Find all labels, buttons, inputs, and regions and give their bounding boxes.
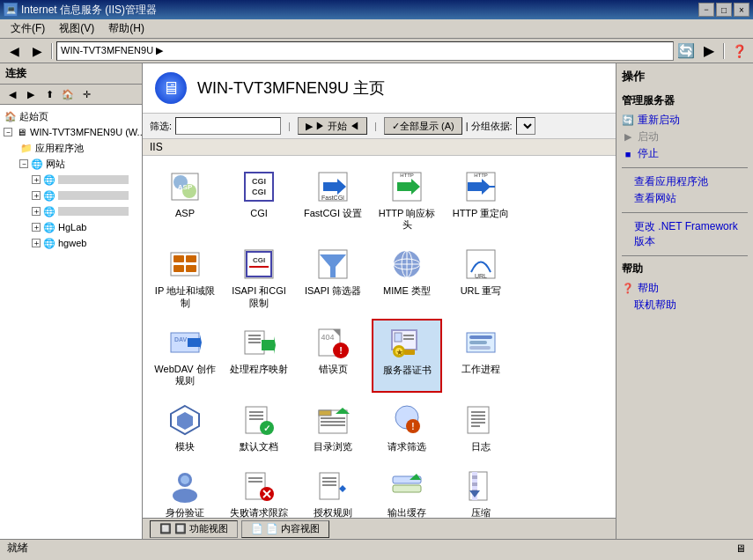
help-question-icon: ❓ <box>622 283 634 295</box>
icon-webdav[interactable]: DAV WebDAV 创作规则 <box>150 319 220 393</box>
view-app-pools-link[interactable]: 查看应用程序池 <box>622 173 748 190</box>
back-button[interactable]: ◀ <box>4 41 25 61</box>
address-bar[interactable]: WIN-TVT3MFNEN9U ▶ <box>56 41 674 61</box>
action-separator-3 <box>622 255 748 256</box>
minimize-button[interactable]: － <box>698 3 714 17</box>
icon-compress[interactable]: 压缩 <box>446 462 516 518</box>
fastcgi-icon: FastCGI <box>315 169 351 204</box>
conn-home[interactable]: 🏠 <box>59 86 77 102</box>
tree-item-sites[interactable]: － 🌐 网站 <box>0 156 142 172</box>
tree-item-site3[interactable]: ＋ 🌐 <box>0 203 142 219</box>
restart-link[interactable]: 🔄 重新启动 <box>622 112 748 129</box>
icon-url-rewrite[interactable]: URL URL 重写 <box>446 240 516 314</box>
go-button[interactable]: ▶ <box>698 41 720 61</box>
icon-default-doc[interactable]: ✓ 默认文档 <box>224 396 294 459</box>
tree-item-apppool[interactable]: 📁 应用程序池 <box>0 140 142 156</box>
start-link[interactable]: ▶ 启动 <box>622 129 748 145</box>
mime-icon <box>389 247 424 282</box>
icon-fastcgi[interactable]: FastCGI FastCGI 设置 <box>298 163 368 237</box>
tree-item-server[interactable]: － 🖥 WIN-TVT3MFNEN9U (W... <box>0 124 142 140</box>
svg-rect-49 <box>395 333 402 342</box>
compress-label: 压缩 <box>471 507 491 518</box>
action-separator-1 <box>622 167 748 168</box>
tree-label-apppool: 应用程序池 <box>35 142 84 155</box>
iis-section-label: IIS <box>143 139 616 156</box>
icon-isapi-cgi[interactable]: CGI ISAPI 和CGI 限制 <box>224 240 294 314</box>
site1-icon: 🌐 <box>42 173 56 187</box>
tree-item-site1[interactable]: ＋ 🌐 <box>0 172 142 188</box>
icon-http-resp[interactable]: HTTP HTTP 响应标头 <box>372 163 442 237</box>
icon-handler[interactable]: 处理程序映射 <box>224 319 294 393</box>
content-view-button[interactable]: 📄 📄 内容视图 <box>241 520 329 538</box>
icon-http-redirect[interactable]: HTTP HTTP 重定向 <box>446 163 516 237</box>
refresh-button[interactable]: 🔄 <box>675 41 697 61</box>
svg-rect-20 <box>173 265 184 272</box>
icons-row-2: IP 地址和域限制 CGI ISAPI 和CGI 限制 <box>150 240 609 314</box>
menu-view[interactable]: 视图(V) <box>52 19 101 38</box>
sites-expand[interactable]: － <box>19 159 28 168</box>
change-net-link[interactable]: 更改 .NET Framework 版本 <box>622 218 748 250</box>
conn-back[interactable]: ◀ <box>4 86 21 102</box>
server-expand[interactable]: － <box>4 128 12 136</box>
filter-sep2: | <box>374 121 377 131</box>
conn-add[interactable]: ✛ <box>78 86 95 102</box>
help-title: 帮助 <box>622 262 748 276</box>
icon-ip[interactable]: IP 地址和域限制 <box>150 240 220 314</box>
func-view-button[interactable]: 🔲 🔲 功能视图 <box>150 520 238 538</box>
hgweb-expand[interactable]: ＋ <box>32 239 41 247</box>
forward-button[interactable]: ▶ <box>26 41 48 61</box>
maximize-button[interactable]: □ <box>716 3 732 17</box>
go-button[interactable]: ▶ ▶ 开始 ◀ <box>298 117 367 135</box>
group-by-select[interactable] <box>516 117 535 135</box>
help-icon-button[interactable]: ❓ <box>728 41 749 61</box>
tree-area: 🏠 起始页 － 🖥 WIN-TVT3MFNEN9U (W... 📁 应用程序池 … <box>0 105 142 539</box>
icon-error-page[interactable]: ! 404 错误页 <box>298 319 368 393</box>
online-help-link[interactable]: 联机帮助 <box>622 297 748 313</box>
webdav-icon: DAV <box>167 325 203 360</box>
view-sites-link[interactable]: 查看网站 <box>622 190 748 207</box>
toolbar-separator <box>51 43 53 59</box>
icon-failed-req[interactable]: 失败请求限踪规则 <box>224 462 294 518</box>
icon-dir-browse[interactable]: 目录浏览 <box>298 396 368 459</box>
icon-cgi[interactable]: CGI CGI CGI <box>224 163 294 237</box>
filter-input[interactable] <box>175 117 281 135</box>
icon-authz[interactable]: 授权规则 <box>298 462 368 518</box>
output-cache-label: 输出缓存 <box>388 507 426 518</box>
close-button[interactable]: × <box>734 3 749 17</box>
icon-logging[interactable]: 日志 <box>446 396 516 459</box>
icon-worker-process[interactable]: 工作进程 <box>446 319 516 393</box>
tree-item-hglab[interactable]: ＋ 🌐 HgLab <box>0 219 142 235</box>
menu-file[interactable]: 文件(F) <box>4 19 52 38</box>
svg-rect-64 <box>249 415 263 416</box>
svg-rect-93 <box>322 477 336 479</box>
help-link[interactable]: ❓ 帮助 <box>622 280 748 297</box>
icon-isapi-filter[interactable]: ISAPI 筛选器 <box>298 240 368 314</box>
conn-forward[interactable]: ▶ <box>22 86 40 102</box>
icon-mime[interactable]: MIME 类型 <box>372 240 442 314</box>
hglab-expand[interactable]: ＋ <box>32 223 41 232</box>
conn-up[interactable]: ⬆ <box>41 86 58 102</box>
svg-rect-70 <box>321 417 345 419</box>
tree-item-hgweb[interactable]: ＋ 🌐 hgweb <box>0 235 142 251</box>
tree-label-hgweb: hgweb <box>58 238 86 248</box>
icon-auth[interactable]: 身份验证 <box>150 462 220 518</box>
site1-expand[interactable]: ＋ <box>32 175 41 184</box>
tree-item-site2[interactable]: ＋ 🌐 <box>0 188 142 203</box>
tree-item-start[interactable]: 🏠 起始页 <box>0 108 142 124</box>
isapi-filter-icon <box>315 247 351 282</box>
fastcgi-label: FastCGI 设置 <box>304 208 362 219</box>
icons-row-1: ASP ASP CGI CGI CGI <box>150 163 609 237</box>
icon-server-cert[interactable]: ★ 服务器证书 <box>372 319 442 393</box>
menu-help[interactable]: 帮助(H) <box>101 19 151 38</box>
svg-rect-19 <box>186 255 196 262</box>
show-all-button[interactable]: ✓全部显示 (A) <box>384 117 462 135</box>
icon-output-cache[interactable]: 输出缓存 <box>372 462 442 518</box>
icon-req-filter[interactable]: ! 请求筛选 <box>372 396 442 459</box>
site3-expand[interactable]: ＋ <box>32 207 41 216</box>
icon-asp[interactable]: ASP ASP <box>150 163 220 237</box>
stop-link[interactable]: ■ 停止 <box>622 145 748 162</box>
icon-module[interactable]: 模块 <box>150 396 220 459</box>
isapi-cgi-icon: CGI <box>241 247 277 282</box>
failed-req-icon <box>241 468 277 504</box>
site2-expand[interactable]: ＋ <box>32 191 41 200</box>
